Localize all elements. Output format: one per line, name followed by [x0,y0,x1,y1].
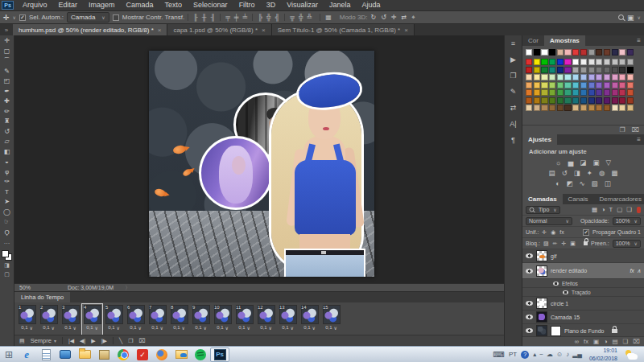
document-tab[interactable]: capa 1.psd @ 50% (RGB/8) *× [167,24,271,35]
tray-face-icon[interactable]: ☺ [556,351,563,358]
link-layers-icon[interactable]: ∞ [575,338,579,345]
swatch[interactable] [596,89,602,96]
swatch[interactable] [564,59,571,65]
align-icon[interactable]: ╧ [242,14,247,21]
swatch[interactable] [604,59,610,65]
timeline-frame[interactable]: 10,1∨ [17,304,37,335]
swatch[interactable] [549,49,555,56]
layer-style-icon[interactable]: fx [584,338,588,345]
frame-delay-dropdown[interactable]: 0,1∨ [173,325,185,331]
swatch[interactable] [557,89,564,96]
adjustment-icon[interactable]: ◪ [580,158,586,168]
frame-delay-dropdown[interactable]: 0,1∨ [303,325,316,331]
swatch[interactable] [596,59,602,65]
3d-orbit-icon[interactable]: ↻ [370,14,376,22]
swatch[interactable] [627,67,634,73]
swatch[interactable] [588,74,595,80]
adjustment-icon[interactable]: ▽ [605,158,611,168]
menu-selecionar[interactable]: Selecionar [188,0,233,10]
lock-artboard-icon[interactable]: ▣ [570,241,576,247]
eraser-tool[interactable]: ▱ [4,137,9,147]
swatch[interactable] [541,74,547,80]
panel-actions-icon[interactable]: ▶ [510,56,516,64]
taskbar-chrome[interactable] [114,348,133,362]
swatch[interactable] [627,59,634,65]
timeline-frame[interactable]: 20,1∨ [39,304,59,335]
swatch[interactable] [572,82,579,88]
swatch[interactable] [557,67,564,73]
distribute-grid-icon[interactable]: ▦ [320,14,336,21]
swatch[interactable] [596,97,602,104]
swatch[interactable] [619,89,625,96]
frame-delay-dropdown[interactable]: 0,1∨ [64,325,76,331]
canvas-artwork[interactable] [149,51,374,277]
filter-smart-objects-icon[interactable]: ❏ [626,206,632,213]
swatch[interactable] [541,97,547,104]
frame-delay-dropdown[interactable]: 0,1∨ [151,325,163,331]
tray-up-icon[interactable]: ▴ [533,351,536,358]
align-icon[interactable]: ╢ [210,14,215,21]
filter-shape-layers-icon[interactable]: ▢ [617,206,622,213]
convert-timeline-icon[interactable]: ▤ [19,338,25,344]
swatch[interactable] [572,67,579,73]
lock-all-icon[interactable] [584,241,588,245]
panel-character-icon[interactable]: A| [510,120,516,128]
swatch[interactable] [572,105,579,111]
start-button[interactable]: ⊞ [5,349,13,360]
swatch[interactable] [588,97,595,104]
menu-janela[interactable]: Janela [324,0,357,10]
pen-tool[interactable]: ✑ [4,177,10,187]
adjustment-icon[interactable]: ☼ [555,158,562,168]
swatch[interactable] [612,82,618,88]
adjustment-icon[interactable]: ▩ [611,168,617,179]
play-button[interactable]: ▶ [91,338,95,344]
swatch[interactable] [534,97,540,104]
layer-row[interactable]: Camada 15 [522,311,644,324]
timeline-frame[interactable]: 40,1∨ [82,304,102,335]
tab-amostras[interactable]: Amostras [544,35,585,46]
search-icon[interactable] [618,14,624,20]
tween-button[interactable]: ╲ [119,338,122,344]
align-icon[interactable]: ╤ [225,14,230,21]
swatch[interactable] [549,97,555,104]
menu-texto[interactable]: Texto [159,0,188,10]
help-icon[interactable]: ? [521,351,529,359]
taskbar-spotify[interactable] [191,348,210,362]
frame-delay-dropdown[interactable]: 0,1∨ [282,325,294,331]
swatch[interactable] [534,59,540,65]
layer-visibility-eye[interactable] [526,301,533,306]
swatch[interactable] [619,105,625,111]
layer-visibility-eye[interactable] [526,269,533,274]
menu-camada[interactable]: Camada [121,0,159,10]
swatch[interactable] [604,74,610,80]
timeline-frame[interactable]: 140,1∨ [299,304,320,335]
taskbar-internet-explorer[interactable]: e [17,348,36,362]
path-selection-tool[interactable]: ➤ [4,197,10,208]
align-icon[interactable]: ╪ [234,14,239,21]
swatch[interactable] [572,97,579,104]
swatch[interactable] [619,97,625,104]
fill-dropdown[interactable]: 100% ∨ [613,240,641,248]
previous-frame-button[interactable]: ◀| [80,338,85,344]
swatch[interactable] [534,67,540,73]
duplicate-frame-button[interactable]: ❐ [128,338,133,344]
menu-imagem[interactable]: Imagem [83,0,121,10]
add-layer-mask-icon[interactable]: ▣ [593,338,599,345]
swatch[interactable] [541,59,547,65]
chevron-down-icon[interactable]: ∨ [13,14,16,20]
swatch[interactable] [612,89,618,96]
fx-collapse-icon[interactable]: ∧ [637,268,641,274]
history-brush-tool[interactable]: ↺ [4,127,10,138]
layer-visibility-eye[interactable] [563,290,568,294]
layer-effect-row[interactable]: Traçado [522,288,644,297]
adjustment-icon[interactable]: ◨ [574,168,580,179]
swatch[interactable] [564,82,571,88]
swatch[interactable] [588,105,595,111]
quick-selection-tool[interactable]: ✎ [4,67,10,77]
delete-layer-icon[interactable]: ⌧ [633,338,640,345]
swatch[interactable] [580,89,587,96]
align-icon[interactable]: ╟ [193,14,198,21]
3d-drag-icon[interactable]: ✛ [391,14,397,22]
unify-position-icon[interactable]: ✛ [542,229,547,236]
swatch[interactable] [596,105,602,111]
